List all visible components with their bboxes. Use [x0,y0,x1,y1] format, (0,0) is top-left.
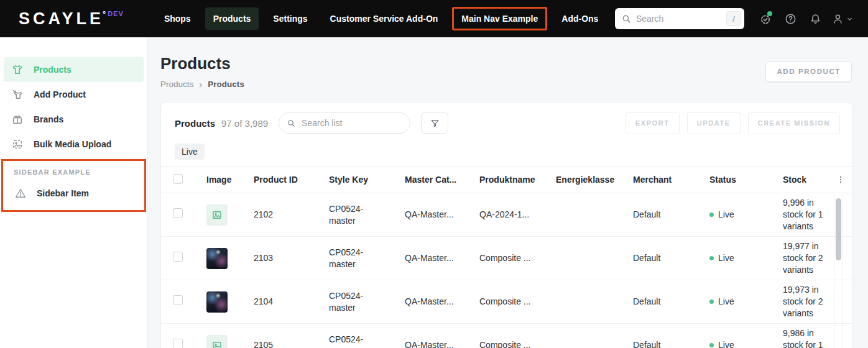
sidebar-item-label: Sidebar Item [37,188,89,198]
sidebar: Products Add Product Brands Bulk Media U… [0,37,148,348]
status-badge: Live [718,339,734,348]
status-dot-icon [709,343,714,347]
sidebar-item-sidebar-item[interactable]: Sidebar Item [7,181,141,206]
help-button[interactable] [778,6,803,31]
column-header-master-category[interactable]: Master Cat... [405,175,479,185]
update-button[interactable]: UPDATE [687,112,741,134]
nav-item-products[interactable]: Products [205,7,259,30]
cell-status: Live [709,296,783,308]
cell-merchant: Default [633,296,709,308]
table-row[interactable]: 2105 CP0524-master QA-Master... Composit… [161,324,852,348]
notifications-bell-button[interactable] [803,6,828,31]
cell-style-key: CP0524-master [329,290,405,314]
sidebar-item-products[interactable]: Products [4,57,144,82]
tab-live[interactable]: Live [175,144,205,160]
column-header-produktname[interactable]: Produktname [479,175,556,185]
cell-style-key: CP0524-master [329,203,405,227]
account-menu-button[interactable] [828,12,853,25]
row-checkbox[interactable] [173,339,183,348]
cell-product-id: 2103 [254,252,329,264]
products-list-card: Products 97 of 3,989 EXPORT UPDATE CREAT… [160,102,853,348]
create-mission-button[interactable]: CREATE MISSION [748,112,840,134]
filter-funnel-icon [430,118,440,129]
sidebar-section-header: SIDEBAR EXAMPLE [3,165,144,181]
main-nav: Shops Products Settings Customer Service… [156,7,607,30]
status-badge: Live [718,252,734,264]
gift-icon [11,112,24,126]
nav-item-add-ons[interactable]: Add-Ons [553,7,606,30]
cell-master-category: QA-Master... [405,339,479,348]
column-header-image[interactable]: Image [205,175,254,185]
cell-style-key: CP0524-master [329,247,405,270]
cell-master-category: QA-Master... [405,252,479,264]
cell-stock: 19,977 in stock for 2 variants [783,240,834,276]
nav-item-settings[interactable]: Settings [265,7,315,30]
table-row[interactable]: 2104 CP0524-master QA-Master... Composit… [161,280,852,324]
user-icon [831,12,844,25]
cell-stock: 19,973 in stock for 2 variants [783,284,834,319]
sidebar-item-bulk-media-upload[interactable]: Bulk Media Upload [4,132,144,157]
scayle-logo[interactable]: SCAYLE ° DEV [19,11,124,27]
table-options-kebab-icon[interactable] [835,173,846,186]
column-header-energieklasse[interactable]: Energieklasse [556,175,633,185]
sidebar-item-label: Products [34,65,72,75]
task-status-button[interactable] [753,6,778,31]
warning-icon [14,186,27,200]
breadcrumb-products[interactable]: Products [160,80,193,89]
table-row[interactable]: 2103 CP0524-master QA-Master... Composit… [161,237,852,280]
products-table: Image Product ID Style Key Master Cat...… [161,166,852,348]
top-navigation-bar: SCAYLE ° DEV Shops Products Settings Cus… [0,0,868,37]
sidebar-item-label: Brands [34,114,63,124]
add-product-button[interactable]: ADD PRODUCT [765,61,852,82]
list-count: 97 of 3,989 [221,118,268,129]
row-checkbox[interactable] [173,252,183,262]
cell-product-name: Composite ... [479,339,556,348]
scrollbar-thumb[interactable] [836,198,841,260]
cell-status: Live [709,252,783,264]
cell-status: Live [709,339,783,348]
nav-item-main-nav-example[interactable]: Main Nav Example [452,7,547,30]
status-badge: Live [718,296,734,308]
nav-item-customer-service-add-on[interactable]: Customer Service Add-On [322,7,446,30]
nav-item-shops[interactable]: Shops [156,7,199,30]
product-image[interactable] [206,248,228,269]
column-header-product-id[interactable]: Product ID [254,175,329,185]
search-icon [621,14,632,24]
list-toolbar: Products 97 of 3,989 EXPORT UPDATE CREAT… [161,103,852,142]
filter-button[interactable] [421,112,448,134]
cell-status: Live [709,209,783,221]
row-checkbox[interactable] [173,295,183,305]
table-row[interactable]: 2102 CP0524-master QA-Master... QA-2024-… [161,193,852,237]
sidebar-example-section: SIDEBAR EXAMPLE Sidebar Item [1,159,146,212]
product-image[interactable] [206,335,228,348]
list-search[interactable] [279,112,410,134]
cell-product-name: Composite ... [479,296,556,308]
cell-product-name: QA-2024-1... [479,209,556,221]
search-icon [287,119,296,128]
column-header-status[interactable]: Status [709,175,783,185]
chevron-down-icon [846,16,853,22]
media-upload-icon [11,137,24,151]
cell-product-id: 2102 [254,209,329,221]
sidebar-item-add-product[interactable]: Add Product [4,82,144,107]
cell-style-key: CP0524-master [329,334,405,348]
column-header-stock[interactable]: Stock [783,175,834,185]
search-input[interactable] [636,14,726,24]
column-header-style-key[interactable]: Style Key [329,175,405,185]
sidebar-item-brands[interactable]: Brands [4,107,144,132]
product-image[interactable] [206,291,228,313]
breadcrumb-current: Products [208,80,244,89]
sidebar-item-label: Add Product [34,89,86,99]
tshirt-add-icon [11,88,24,101]
logo-text: SCAYLE [19,11,104,27]
logo-degree-mark: ° [103,9,106,19]
column-header-merchant[interactable]: Merchant [633,175,709,185]
select-all-checkbox[interactable] [173,174,183,184]
export-button[interactable]: EXPORT [626,112,680,134]
list-search-input[interactable] [302,118,402,128]
sidebar-item-label: Bulk Media Upload [34,139,111,149]
global-search[interactable]: / [615,8,744,29]
product-image[interactable] [206,204,228,226]
row-checkbox[interactable] [173,208,183,218]
tshirt-icon [11,63,24,76]
